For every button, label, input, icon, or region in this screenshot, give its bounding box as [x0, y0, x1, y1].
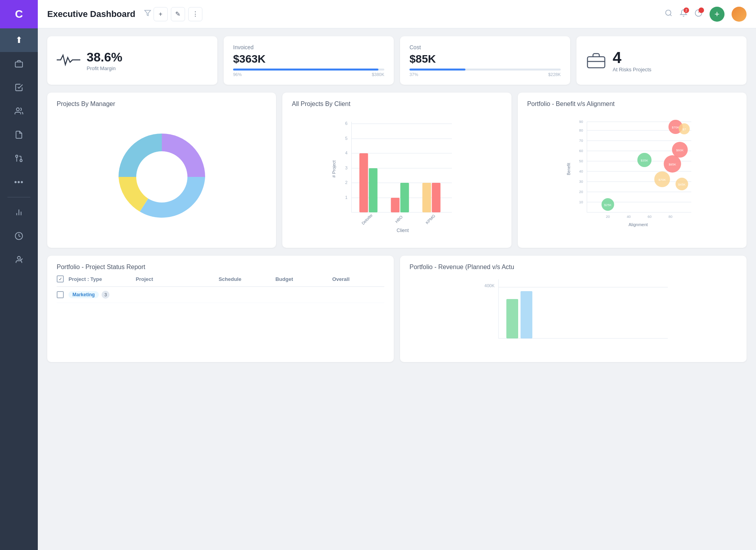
svg-text:2: 2 [345, 180, 348, 185]
svg-text:$45K: $45K [678, 183, 686, 186]
sidebar-item-more[interactable]: ••• [0, 170, 38, 194]
revenue-chart-wrap: 400K [410, 275, 737, 354]
notification-badge: 2 [684, 7, 689, 13]
dots-icon: ⋮ [192, 10, 198, 18]
all-projects-by-client-chart: All Projects By Client 1 2 3 [282, 93, 511, 248]
svg-rect-38 [400, 183, 409, 212]
sidebar-item-projects[interactable] [0, 52, 38, 76]
svg-text:3: 3 [345, 165, 348, 170]
cost-pct-label: 37% [410, 72, 418, 77]
svg-text:1: 1 [345, 195, 348, 200]
page-title: Executive Dashboard [47, 9, 135, 19]
col-project: Project [136, 276, 214, 282]
scatter-chart-wrap: 10 20 30 40 50 60 70 80 [527, 114, 737, 240]
svg-text:5: 5 [345, 136, 348, 141]
cost-progress-labels: 37% $228K [410, 72, 561, 77]
sidebar: C ⬆ ••• [0, 0, 38, 550]
svg-point-1 [17, 108, 19, 111]
row-checkbox[interactable] [57, 291, 64, 298]
invoiced-label: Invoiced [233, 44, 384, 50]
col-budget: Budget [275, 276, 327, 282]
svg-rect-0 [15, 62, 22, 67]
at-risk-label: At Risks Projects [613, 67, 651, 72]
add-widget-button[interactable]: + [154, 7, 168, 21]
svg-text:$70K: $70K [658, 178, 666, 182]
projects-by-manager-chart: Projects By Manager [47, 93, 276, 248]
sidebar-item-analytics[interactable] [0, 201, 38, 224]
projects-by-manager-title: Projects By Manager [57, 100, 267, 108]
col-project-type: Project : Type [69, 276, 131, 282]
sidebar-item-tasks[interactable] [0, 76, 38, 99]
cost-label: Cost [410, 44, 561, 50]
svg-text:40: 40 [626, 215, 630, 219]
svg-text:$70K: $70K [672, 126, 679, 129]
revenue-chart-title: Portfolio - Revenue (Planned v/s Actu [410, 264, 737, 271]
svg-text:80: 80 [668, 215, 672, 219]
dashboard-content: 38.6% Profit Margin Invoiced $363K 96% $… [38, 28, 756, 550]
svg-point-3 [16, 155, 18, 158]
svg-text:$7: $7 [682, 128, 686, 131]
svg-rect-34 [359, 153, 368, 212]
invoiced-value: $363K [233, 53, 384, 65]
benefit-alignment-title: Portfolio - Benefit v/s Alignment [527, 100, 737, 108]
app-logo[interactable]: C [0, 0, 38, 28]
svg-text:400K: 400K [484, 283, 495, 288]
header-actions: + ✎ ⋮ [154, 7, 202, 21]
edit-button[interactable]: ✎ [171, 7, 185, 21]
sidebar-item-docs[interactable] [0, 123, 38, 147]
cost-progress-bar [410, 69, 561, 71]
notifications-icon[interactable]: 2 [680, 9, 687, 19]
profit-margin-value: 38.6% [87, 50, 122, 65]
add-button[interactable]: + [710, 7, 724, 22]
header: Executive Dashboard + ✎ ⋮ 2 [38, 0, 756, 28]
svg-text:# Project: # Project [332, 160, 336, 177]
svg-text:50: 50 [579, 159, 583, 163]
more-icon: ••• [14, 178, 24, 187]
user-avatar[interactable] [732, 7, 747, 22]
svg-text:20: 20 [579, 190, 583, 194]
at-risk-value: 4 [613, 49, 651, 67]
col-overall: Overall [332, 276, 384, 282]
row-project-type: Marketing 3 [69, 291, 131, 299]
alert-badge [699, 7, 704, 13]
svg-text:6: 6 [345, 121, 348, 126]
invoiced-card: Invoiced $363K 96% $380K [224, 36, 394, 85]
search-icon[interactable] [665, 9, 673, 19]
donut-chart [57, 114, 267, 240]
header-right: 2 + [665, 7, 747, 22]
svg-rect-41 [432, 183, 441, 212]
plus-icon: + [159, 11, 162, 18]
svg-text:40: 40 [579, 169, 583, 173]
profit-margin-label: Profit Margin [87, 65, 122, 71]
more-options-button[interactable]: ⋮ [188, 7, 202, 21]
invoiced-pct-label: 96% [233, 72, 242, 77]
svg-rect-37 [391, 198, 400, 212]
main-content: Executive Dashboard + ✎ ⋮ 2 [38, 0, 756, 550]
sidebar-item-users[interactable] [0, 248, 38, 271]
table-row: Marketing 3 [57, 287, 384, 303]
profit-margin-card: 38.6% Profit Margin [47, 36, 217, 85]
sidebar-item-dashboard[interactable]: ⬆ [0, 28, 38, 52]
bar-chart-wrap: 1 2 3 4 5 6 # Project [292, 114, 502, 240]
sidebar-item-team[interactable] [0, 99, 38, 123]
filter-icon[interactable] [144, 9, 151, 19]
sidebar-item-history[interactable] [0, 224, 38, 248]
table-select-all-checkbox[interactable]: ✓ [57, 275, 64, 282]
svg-text:60: 60 [647, 215, 651, 219]
at-risk-card: 4 At Risks Projects [576, 36, 747, 85]
metric-cards: 38.6% Profit Margin Invoiced $363K 96% $… [47, 36, 747, 85]
svg-text:20: 20 [606, 215, 610, 219]
svg-text:$35K: $35K [641, 159, 648, 162]
briefcase-icon [586, 51, 606, 70]
svg-text:80: 80 [579, 128, 583, 132]
svg-text:90: 90 [579, 120, 583, 124]
sidebar-item-git[interactable] [0, 147, 38, 170]
svg-text:4: 4 [345, 151, 348, 155]
revenue-chart-card: Portfolio - Revenue (Planned v/s Actu 40… [400, 256, 747, 362]
svg-rect-40 [422, 183, 431, 212]
svg-point-18 [136, 151, 187, 203]
svg-point-2 [20, 160, 22, 162]
alerts-icon[interactable] [695, 9, 702, 19]
project-status-report-title: Portfolio - Project Status Report [57, 264, 384, 271]
svg-point-11 [666, 10, 671, 15]
